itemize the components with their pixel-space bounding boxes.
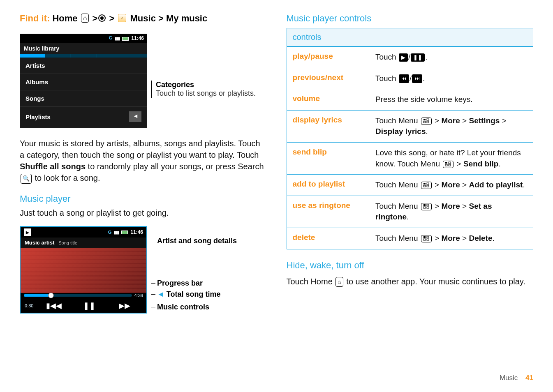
menu-icon	[443, 161, 454, 168]
svg-rect-8	[423, 183, 426, 184]
control-name: display lyrics	[287, 111, 375, 142]
table-row: play/pauseTouch ▶/❚❚.	[287, 47, 533, 68]
previous-button[interactable]: ▮◀◀	[36, 301, 71, 310]
status-time: 11:46	[131, 35, 144, 41]
control-name: add to playlist	[287, 175, 375, 196]
callout-title: Categories	[156, 81, 256, 89]
svg-rect-14	[423, 207, 426, 208]
svg-rect-6	[445, 164, 447, 166]
table-row: deleteTouch Menu > More > Delete.	[287, 228, 533, 249]
menu-icon	[421, 235, 432, 242]
callout-artist: Artist and song details	[151, 237, 237, 245]
svg-rect-16	[423, 236, 426, 238]
library-row-label: Playlists	[25, 113, 51, 120]
find-it-line: Find it: Home ⌂ > > Music > My music	[20, 13, 267, 24]
table-row: send blipLove this song, or hate it? Let…	[287, 143, 533, 175]
footer-category: Music	[500, 374, 518, 382]
hide-paragraph: Touch Home ⌂ to use another app. Your mu…	[287, 276, 534, 288]
album-art	[21, 248, 146, 293]
music-app-icon	[118, 14, 126, 22]
next-button[interactable]: ▶▶	[107, 301, 142, 310]
menu-icon	[421, 118, 432, 125]
back-arrow-icon[interactable]	[129, 111, 141, 122]
battery-icon	[122, 37, 129, 41]
find-it-label: Find it:	[20, 13, 50, 23]
controls-heading: Music player controls	[287, 13, 534, 24]
signal-icon	[115, 35, 120, 41]
battery-icon	[121, 231, 128, 234]
progress-bar[interactable]	[24, 294, 132, 297]
pointer-icon: ◄	[157, 290, 167, 298]
screen-title: Music library	[20, 43, 147, 54]
artist-label: Music artist	[25, 240, 54, 246]
library-row-artists[interactable]: Artists	[20, 58, 147, 74]
menu-icon	[421, 203, 432, 210]
control-name: previous/next	[287, 68, 375, 89]
play-notification-icon	[24, 228, 31, 236]
svg-rect-7	[449, 164, 451, 166]
svg-rect-10	[423, 185, 426, 187]
library-row-albums[interactable]: Albums	[20, 74, 147, 90]
svg-rect-19	[427, 239, 429, 240]
control-chip-icon: ❚❚	[411, 53, 425, 62]
signal-icon: ▮▮▮	[114, 230, 119, 235]
song-label: Song title	[58, 240, 77, 245]
progress-thumb[interactable]	[48, 293, 54, 298]
footer-page: 41	[525, 374, 533, 382]
control-action: Touch ▶/❚❚.	[375, 47, 533, 68]
svg-rect-1	[427, 119, 429, 120]
find-it-path: Music > My music	[130, 13, 208, 23]
callout-sub: Touch to list songs or playlists.	[156, 89, 256, 98]
table-row: add to playlistTouch Menu > More > Add t…	[287, 175, 533, 196]
elapsed-time: 0:30	[25, 303, 33, 308]
control-action: Touch ⏮/⏭.	[375, 68, 533, 89]
music-library-screen: G 11:46 Music library Artists Albums Son…	[20, 34, 147, 128]
control-name: send blip	[287, 143, 375, 174]
network-icon: G	[108, 230, 112, 235]
controls-table: controls play/pauseTouch ▶/❚❚.previous/n…	[287, 28, 534, 249]
svg-rect-15	[427, 207, 429, 208]
library-row-playlists[interactable]: Playlists	[20, 107, 147, 128]
pause-button[interactable]: ❚❚	[72, 301, 107, 310]
svg-rect-18	[423, 239, 426, 240]
svg-rect-5	[449, 162, 451, 164]
now-playing-header: Music artist Song title	[21, 238, 146, 248]
callout-progress: Progress bar	[151, 279, 237, 288]
svg-rect-11	[427, 185, 429, 187]
library-paragraph: Your music is stored by artists, albums,…	[20, 138, 267, 184]
table-row: volumePress the side volume keys.	[287, 89, 533, 111]
player-controls: 0:30 ▮◀◀ ❚❚ ▶▶	[21, 299, 146, 313]
control-name: use as ringtone	[287, 196, 375, 228]
table-header: controls	[287, 28, 533, 47]
svg-rect-17	[427, 236, 429, 238]
page-footer: Music 41	[500, 374, 533, 382]
callout-total: ◄ Total song time	[151, 290, 237, 299]
control-action: Touch Menu > More > Add to playlist.	[375, 175, 533, 196]
control-name: delete	[287, 228, 375, 249]
control-chip-icon: ⏭	[412, 74, 422, 83]
total-time: 4:36	[134, 293, 143, 298]
status-bar: G 11:46	[20, 34, 147, 43]
library-row-songs[interactable]: Songs	[20, 90, 147, 107]
svg-rect-0	[423, 119, 426, 120]
callout-controls: Music controls	[151, 303, 237, 311]
search-icon: 🔍	[21, 174, 32, 184]
tab-strip	[20, 54, 147, 58]
control-action: Touch Menu > More > Set as ringtone.	[375, 196, 533, 228]
music-player-screen: G ▮▮▮ 11:46 Music artist Song title 4:36	[20, 226, 147, 314]
control-action: Press the side volume keys.	[375, 89, 533, 110]
launcher-icon	[98, 14, 106, 22]
home-icon: ⌂	[81, 14, 89, 23]
menu-icon	[421, 182, 432, 189]
player-callouts: Artist and song details Progress bar ◄ T…	[151, 226, 237, 311]
status-time: 11:46	[130, 229, 143, 235]
svg-rect-3	[427, 121, 429, 123]
control-chip-icon: ▶	[399, 53, 408, 62]
svg-rect-9	[427, 183, 429, 184]
control-chip-icon: ⏮	[399, 74, 409, 83]
svg-rect-12	[423, 204, 426, 206]
control-action: Touch Menu > More > Settings > Display l…	[375, 111, 533, 142]
svg-rect-2	[423, 121, 426, 123]
table-row: display lyricsTouch Menu > More > Settin…	[287, 111, 533, 143]
control-action: Love this song, or hate it? Let your fri…	[375, 143, 533, 174]
